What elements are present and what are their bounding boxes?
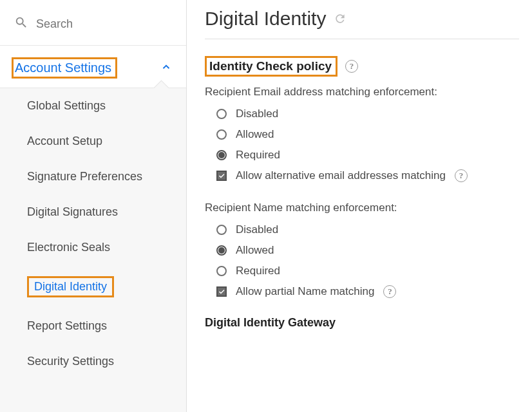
radio-label: Disabled bbox=[236, 223, 278, 236]
help-icon[interactable]: ? bbox=[345, 60, 358, 73]
email-group-label: Recipient Email address matching enforce… bbox=[205, 86, 519, 98]
sidebar-item-digital-identity[interactable]: Digital Identity bbox=[0, 265, 186, 308]
radio-email-disabled[interactable]: Disabled bbox=[205, 104, 519, 124]
radio-label: Disabled bbox=[236, 108, 278, 120]
radio-icon bbox=[216, 245, 227, 256]
radio-name-allowed[interactable]: Allowed bbox=[205, 240, 519, 261]
sidebar-item-security-settings[interactable]: Security Settings bbox=[0, 344, 186, 379]
help-icon[interactable]: ? bbox=[383, 285, 396, 298]
page-title: Digital Identity bbox=[205, 8, 326, 30]
refresh-icon[interactable] bbox=[334, 12, 347, 25]
main-content: Digital Identity Identity Check policy ?… bbox=[187, 0, 532, 412]
name-group-label: Recipient Name matching enforcement: bbox=[205, 201, 519, 214]
sidebar-item-digital-signatures[interactable]: Digital Signatures bbox=[0, 194, 186, 230]
checkbox-allow-alt-email[interactable]: Allow alternative email addresses matchi… bbox=[205, 165, 519, 186]
radio-email-allowed[interactable]: Allowed bbox=[205, 124, 519, 145]
radio-name-disabled[interactable]: Disabled bbox=[205, 220, 519, 240]
gateway-title: Digital Identity Gateway bbox=[205, 316, 519, 330]
radio-label: Allowed bbox=[236, 128, 274, 141]
search-row bbox=[0, 0, 186, 46]
radio-icon bbox=[216, 109, 227, 119]
radio-icon bbox=[216, 225, 227, 235]
sidebar-item-electronic-seals[interactable]: Electronic Seals bbox=[0, 230, 186, 265]
policy-title: Identity Check policy bbox=[205, 56, 337, 77]
sidebar: Account Settings Global Settings Account… bbox=[0, 0, 187, 412]
radio-name-required[interactable]: Required bbox=[205, 261, 519, 281]
chevron-up-icon bbox=[160, 61, 172, 75]
radio-email-required[interactable]: Required bbox=[205, 145, 519, 165]
checkbox-label: Allow alternative email addresses matchi… bbox=[236, 169, 446, 182]
sidebar-item-signature-preferences[interactable]: Signature Preferences bbox=[0, 159, 186, 194]
search-input[interactable] bbox=[36, 17, 185, 31]
sidebar-item-global-settings[interactable]: Global Settings bbox=[0, 88, 186, 124]
checkbox-label: Allow partial Name matching bbox=[236, 285, 374, 298]
checkbox-icon bbox=[216, 171, 227, 181]
search-icon bbox=[14, 15, 28, 32]
radio-label: Allowed bbox=[236, 244, 274, 257]
policy-title-row: Identity Check policy ? bbox=[205, 56, 519, 77]
checkbox-allow-partial-name[interactable]: Allow partial Name matching ? bbox=[205, 281, 519, 302]
help-icon[interactable]: ? bbox=[455, 169, 468, 182]
radio-icon bbox=[216, 129, 227, 140]
radio-label: Required bbox=[236, 265, 280, 277]
checkbox-icon bbox=[216, 286, 227, 297]
sidebar-items: Global Settings Account Setup Signature … bbox=[0, 88, 186, 412]
sidebar-item-report-settings[interactable]: Report Settings bbox=[0, 308, 186, 344]
section-header-account-settings[interactable]: Account Settings bbox=[0, 46, 186, 88]
sidebar-item-account-setup[interactable]: Account Setup bbox=[0, 124, 186, 159]
radio-label: Required bbox=[236, 149, 280, 162]
radio-icon bbox=[216, 266, 227, 276]
radio-icon bbox=[216, 150, 227, 160]
section-header-label: Account Settings bbox=[12, 57, 117, 79]
page-title-row: Digital Identity bbox=[205, 8, 519, 39]
